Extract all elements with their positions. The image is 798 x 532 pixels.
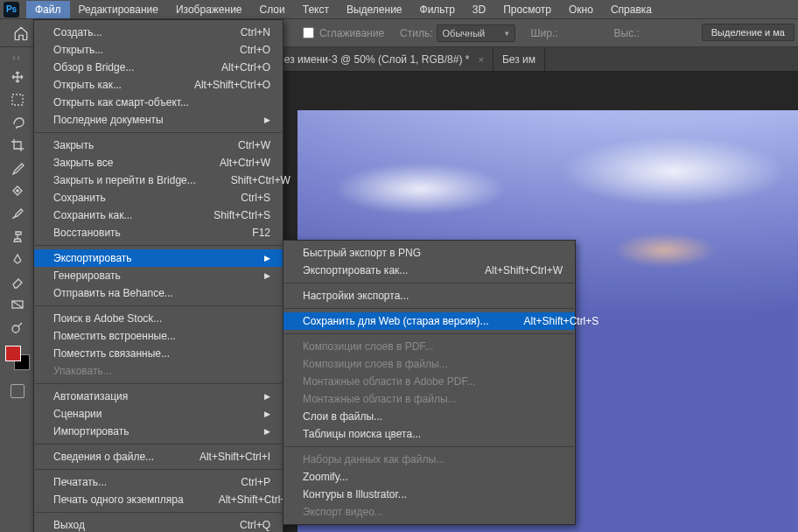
export-menu-item[interactable]: Контуры в Illustrator... <box>284 486 575 503</box>
menu-item-label: Монтажные области в файлы... <box>303 393 563 405</box>
file-menu-item[interactable]: Поместить встроенные... <box>34 327 283 345</box>
file-menu-item[interactable]: Открыть как...Alt+Shift+Ctrl+O <box>34 76 283 94</box>
file-menu-item[interactable]: Поиск в Adobe Stock... <box>34 310 283 327</box>
file-menu-item[interactable]: Печать одного экземпляраAlt+Shift+Ctrl+P <box>34 491 283 508</box>
menu-item-shortcut: Alt+Ctrl+W <box>220 157 270 169</box>
file-menu-item[interactable]: Поместить связанные... <box>34 345 283 362</box>
export-menu-item[interactable]: Сохранить для Web (старая версия)...Alt+… <box>284 312 575 330</box>
file-menu-item[interactable]: Закрыть всеAlt+Ctrl+W <box>34 154 283 172</box>
export-submenu: Быстрый экспорт в PNGЭкспортировать как.… <box>283 240 576 525</box>
style-select[interactable]: Обычный <box>437 24 515 42</box>
tool-history[interactable] <box>3 248 32 270</box>
menu-item-shortcut: Ctrl+S <box>241 192 270 204</box>
tool-gradient[interactable] <box>3 293 32 316</box>
foreground-color-swatch[interactable] <box>5 346 21 361</box>
file-menu-item[interactable]: Последние документы▶ <box>34 111 283 129</box>
menu-изображение[interactable]: Изображение <box>167 1 251 18</box>
file-menu: Создать...Ctrl+NОткрыть...Ctrl+OОбзор в … <box>33 19 284 532</box>
document-tab[interactable]: Без им <box>494 47 545 71</box>
menu-файл[interactable]: Файл <box>26 1 70 18</box>
select-and-mask-button[interactable]: Выделение и ма <box>702 24 794 41</box>
menu-item-label: Настройки экспорта... <box>303 290 563 302</box>
antialias-checkbox[interactable]: Сглаживание <box>303 27 384 39</box>
menu-item-shortcut: Shift+Ctrl+S <box>214 209 270 221</box>
tool-marquee[interactable] <box>3 88 32 111</box>
menu-item-label: Композиции слоев в файлы... <box>303 358 563 370</box>
file-menu-item[interactable]: Сценарии▶ <box>34 405 283 423</box>
menu-item-label: Автоматизация <box>53 390 238 402</box>
tool-brush[interactable] <box>3 202 32 225</box>
menu-фильтр[interactable]: Фильтр <box>411 1 464 18</box>
menu-item-label: Печать одного экземпляра <box>53 494 184 506</box>
tool-dodge[interactable] <box>3 316 32 339</box>
file-menu-item[interactable]: Отправить на Behance... <box>34 284 283 302</box>
submenu-arrow-icon: ▶ <box>264 427 270 436</box>
menu-item-label: Импортировать <box>53 425 238 438</box>
export-menu-item[interactable]: Таблицы поиска цвета... <box>284 425 575 443</box>
document-tab[interactable]: Без имени-3 @ 50% (Слой 1, RGB/8#) *× <box>269 47 494 71</box>
menu-справка[interactable]: Справка <box>602 1 661 18</box>
menu-item-label: Генерировать <box>53 270 238 282</box>
menu-item-shortcut: Alt+Shift+Ctrl+I <box>200 451 270 463</box>
file-menu-item[interactable]: СохранитьCtrl+S <box>34 189 283 206</box>
file-menu-item[interactable]: Сохранить как...Shift+Ctrl+S <box>34 206 283 224</box>
tool-eyedropper[interactable] <box>3 157 32 179</box>
menu-3d[interactable]: 3D <box>464 1 494 18</box>
menu-separator <box>284 283 574 284</box>
menu-item-shortcut: F12 <box>252 227 270 239</box>
tool-clone[interactable] <box>3 225 32 248</box>
export-menu-item[interactable]: Быстрый экспорт в PNG <box>284 244 575 262</box>
menu-item-label: Закрыть все <box>53 157 185 169</box>
menu-текст[interactable]: Текст <box>294 1 338 18</box>
export-menu-item[interactable]: Настройки экспорта... <box>284 287 575 304</box>
file-menu-item[interactable]: Генерировать▶ <box>34 267 283 284</box>
menu-item-shortcut: Alt+Shift+Ctrl+S <box>524 315 599 327</box>
file-menu-item[interactable]: Сведения о файле...Alt+Shift+Ctrl+I <box>34 448 283 466</box>
menu-item-label: Закрыть <box>53 139 203 151</box>
file-menu-item[interactable]: Экспортировать▶ <box>34 249 283 267</box>
menu-выделение[interactable]: Выделение <box>338 1 411 18</box>
menu-item-shortcut: Ctrl+P <box>241 476 270 488</box>
menu-item-label: Экспорт видео... <box>303 506 563 518</box>
file-menu-item[interactable]: Автоматизация▶ <box>34 388 283 405</box>
menu-separator <box>35 305 282 306</box>
menu-слои[interactable]: Слои <box>251 1 294 18</box>
tool-healing[interactable] <box>3 179 32 202</box>
export-menu-item[interactable]: Экспортировать как...Alt+Shift+Ctrl+W <box>284 262 575 279</box>
submenu-arrow-icon: ▶ <box>264 392 270 401</box>
file-menu-item[interactable]: Открыть...Ctrl+O <box>34 41 283 59</box>
file-menu-item[interactable]: Импортировать▶ <box>34 423 283 440</box>
file-menu-item[interactable]: Обзор в Bridge...Alt+Ctrl+O <box>34 59 283 76</box>
menu-item-label: Открыть... <box>53 44 205 56</box>
submenu-arrow-icon: ▶ <box>264 116 270 124</box>
quick-mask-icon[interactable] <box>10 384 24 398</box>
menu-просмотр[interactable]: Просмотр <box>494 1 560 18</box>
file-menu-item[interactable]: Открыть как смарт-объект... <box>34 94 283 111</box>
tool-crop[interactable] <box>3 134 32 157</box>
menu-item-label: Поиск в Adobe Stock... <box>53 312 270 325</box>
panel-grip-icon[interactable]: ›› <box>12 52 22 62</box>
export-menu-item: Композиции слоев в PDF... <box>284 338 575 355</box>
file-menu-item[interactable]: Печатать...Ctrl+P <box>34 473 283 491</box>
export-menu-item[interactable]: Zoomify... <box>284 468 575 486</box>
color-swatches[interactable] <box>5 346 30 370</box>
close-icon[interactable]: × <box>478 54 483 65</box>
file-menu-item[interactable]: Закрыть и перейти в Bridge...Shift+Ctrl+… <box>34 172 283 189</box>
export-menu-item[interactable]: Слои в файлы... <box>284 408 575 425</box>
tool-eraser[interactable] <box>3 270 32 293</box>
file-menu-item[interactable]: ЗакрытьCtrl+W <box>34 136 283 154</box>
menu-item-shortcut: Ctrl+Q <box>240 519 270 531</box>
menu-окно[interactable]: Окно <box>560 1 602 18</box>
tool-lasso[interactable] <box>3 111 32 134</box>
menu-separator <box>35 245 282 246</box>
menu-item-label: Контуры в Illustrator... <box>303 488 563 500</box>
svg-point-2 <box>12 326 19 332</box>
home-icon[interactable] <box>7 19 35 47</box>
tool-move[interactable] <box>3 66 32 88</box>
file-menu-item[interactable]: ВыходCtrl+Q <box>34 516 283 532</box>
menu-редактирование[interactable]: Редактирование <box>70 1 167 18</box>
menu-item-shortcut: Shift+Ctrl+W <box>231 174 290 186</box>
menu-item-label: Экспортировать <box>53 252 238 264</box>
file-menu-item[interactable]: ВосстановитьF12 <box>34 224 283 242</box>
file-menu-item[interactable]: Создать...Ctrl+N <box>34 24 283 41</box>
